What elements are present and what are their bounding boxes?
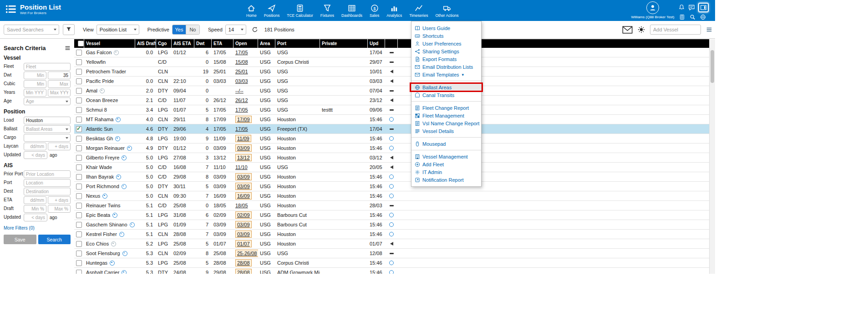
criteria-menu-button[interactable] <box>65 45 71 51</box>
nav-item-timeseries[interactable]: Timeseries <box>406 0 431 21</box>
ballast-select[interactable]: Ballast Areas <box>24 125 71 133</box>
menu-item-fleet-change-report[interactable]: Fleet Change Report <box>411 104 481 112</box>
row-checkbox[interactable] <box>76 212 82 218</box>
row-checkbox[interactable] <box>76 126 82 132</box>
chat-icon[interactable] <box>688 4 695 11</box>
email-button[interactable] <box>622 26 633 34</box>
menu-item-vessel-details[interactable]: Vessel Details <box>411 127 481 135</box>
table-row[interactable]: Pacific Pride0.0CLN22:10003/0303/03USGUS… <box>74 77 710 86</box>
open-date-link[interactable]: 02/09 <box>235 211 252 219</box>
dest-input[interactable] <box>24 188 71 195</box>
row-checkbox[interactable] <box>76 88 82 94</box>
port-input[interactable] <box>24 179 71 187</box>
panel-icon[interactable] <box>698 3 709 12</box>
filter-button[interactable] <box>63 24 75 35</box>
menu-item-users-guide[interactable]: Users Guide <box>411 24 481 32</box>
column-header-eta[interactable]: ETA <box>212 39 233 48</box>
table-row[interactable]: Ocean Breeze2.1C/D11/07026/1226/12USGUSG… <box>74 96 710 105</box>
open-date-link[interactable]: 11/09 <box>235 135 251 142</box>
open-date-link[interactable]: 25-26/08 <box>235 250 258 257</box>
open-date-link[interactable]: 03/03 <box>235 78 248 84</box>
table-row[interactable]: Ilhan Bayrak5.0C/D29/08803/0903/09USGHou… <box>74 172 710 182</box>
search-icon[interactable] <box>690 14 695 20</box>
open-date-link[interactable]: 18/05 <box>235 203 248 208</box>
table-row[interactable]: Schmui 83.4LPG01/07517/0517/05USGUSGtest… <box>74 105 710 115</box>
open-date-link[interactable]: 17/05 <box>235 50 248 55</box>
table-row[interactable]: Petrochem TraderCLN1925/0125/01USGUSG10/… <box>74 67 710 77</box>
menu-item-fleet-management[interactable]: Fleet Management <box>411 112 481 119</box>
menu-item-it-admin[interactable]: IT Admin <box>411 168 481 176</box>
open-date-link[interactable]: 03/09 <box>235 144 252 152</box>
menu-item-canal-transits[interactable]: Canal Transits <box>411 91 481 99</box>
open-date-link[interactable]: 03/09 <box>235 173 252 180</box>
open-date-link[interactable]: 28/08 <box>235 259 252 266</box>
table-row[interactable]: Atlantic Sun4.6DTY29/06417/0517/05USGFre… <box>74 124 710 134</box>
menu-item-email-distribution-lists[interactable]: Email Distribution Lists <box>411 63 481 71</box>
table-row[interactable]: Epic Beata5.1LPG31/08602/0902/09USGBarbo… <box>74 210 710 220</box>
column-header-ais-draft[interactable]: AIS Draft↑ <box>135 39 156 48</box>
row-checkbox[interactable] <box>76 203 82 209</box>
table-row[interactable]: Morgan Reinauer4.9DTY01/12003/0903/09USG… <box>74 144 710 153</box>
years-input[interactable] <box>24 89 46 97</box>
eta-input[interactable] <box>48 196 71 204</box>
updated-input[interactable] <box>24 151 47 159</box>
saved-searches-select[interactable]: Saved Searches <box>4 25 59 35</box>
years-input[interactable] <box>48 89 71 97</box>
search-button[interactable]: Search <box>38 235 71 244</box>
select-all-checkbox[interactable] <box>78 41 84 46</box>
column-header-open[interactable]: Open <box>233 39 258 48</box>
add-vessel-input[interactable] <box>650 25 701 35</box>
menu-item-notification-report[interactable]: Notification Report <box>411 176 481 184</box>
nav-item-positions[interactable]: Positions <box>260 0 284 21</box>
open-date-link[interactable]: --/-- <box>235 88 244 93</box>
calculator-icon[interactable] <box>679 14 685 20</box>
row-checkbox[interactable] <box>76 241 82 247</box>
table-row[interactable]: Huntegas5.3LPG25/08528/0828/08USGCorpus … <box>74 258 710 268</box>
open-date-link[interactable]: 11/10 <box>235 164 248 170</box>
app-logo[interactable]: Position List Wet For Brokers <box>5 3 61 15</box>
row-checkbox[interactable] <box>76 117 82 123</box>
draft-input[interactable] <box>48 205 71 213</box>
table-row[interactable]: Nexus5.0CLN09:30716/0916/09USGHouston15:… <box>74 191 710 201</box>
row-checkbox[interactable] <box>76 78 82 84</box>
cubic-input[interactable] <box>24 80 46 88</box>
row-checkbox[interactable] <box>76 193 82 199</box>
dwt-input[interactable] <box>48 72 71 79</box>
table-row[interactable]: Port Richmond5.0DTY30/11503/0903/09USGHo… <box>74 182 710 191</box>
updated-input[interactable] <box>24 214 47 221</box>
column-header-area[interactable]: Area <box>258 39 275 48</box>
table-row[interactable]: Asphalt Carrier5.3DTY24/08929/0828/08USG… <box>74 268 710 274</box>
menu-item-vsl-name-change-report[interactable]: Vsl Name Change Report <box>411 119 481 127</box>
open-date-link[interactable]: 17/05 <box>235 126 248 132</box>
open-date-link[interactable]: 03/09 <box>235 221 252 228</box>
row-checkbox[interactable] <box>76 69 82 75</box>
row-checkbox[interactable] <box>76 155 82 161</box>
column-header-private[interactable]: Private <box>320 39 368 48</box>
nav-item-home[interactable]: Home <box>243 0 260 21</box>
menu-item-user-preferences[interactable]: User Preferences <box>411 40 481 47</box>
row-checkbox[interactable] <box>76 59 82 65</box>
scrollbar-thumb[interactable] <box>711 50 714 83</box>
open-date-link[interactable]: 17/09 <box>235 116 252 123</box>
column-menu-button[interactable] <box>706 26 712 33</box>
globe-icon[interactable] <box>700 14 706 20</box>
view-select[interactable]: Position List <box>96 25 139 35</box>
row-checkbox[interactable] <box>76 184 82 190</box>
table-row[interactable]: Gaschem Shinano5.1LPG01/09703/0903/09USG… <box>74 220 710 230</box>
nav-item-tce-calculator[interactable]: TCE Calculator <box>283 0 317 21</box>
table-row[interactable]: Gas Falcon0.0LPG01/12617/0517/05USGUSG17… <box>74 48 710 57</box>
open-date-link[interactable]: 16/09 <box>235 192 252 200</box>
column-header-port[interactable]: Port <box>275 39 320 48</box>
predictive-no-button[interactable]: No <box>186 25 199 34</box>
fleet-input[interactable] <box>24 63 71 71</box>
table-row[interactable]: Reinauer Twins5.1C/D25/08018/0518/05USGH… <box>74 201 710 210</box>
menu-item-email-templates[interactable]: Email Templates▾ <box>411 71 481 78</box>
row-checkbox[interactable] <box>76 145 82 151</box>
more-filters-link[interactable]: More Filters (0) <box>4 226 35 231</box>
column-header-cgo[interactable]: Cgo <box>156 39 172 48</box>
column-header-upd[interactable]: Upd <box>368 39 385 48</box>
menu-item-sharing-settings[interactable]: Sharing Settings <box>411 47 481 55</box>
refresh-button[interactable] <box>252 26 258 33</box>
open-date-link[interactable]: 26/12 <box>235 97 248 103</box>
table-row[interactable]: Gilberto Freyre5.0LPG27/08313/1213/12USG… <box>74 153 710 163</box>
